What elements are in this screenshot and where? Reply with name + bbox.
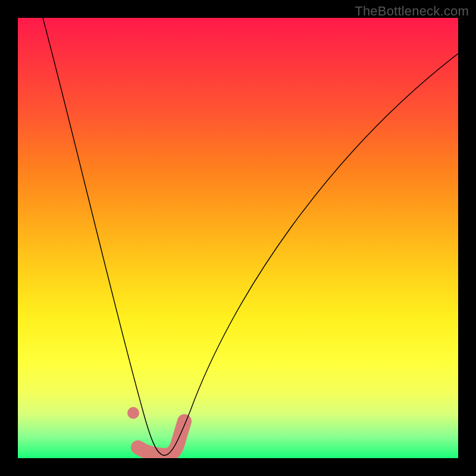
bottleneck-curve [43, 18, 458, 455]
watermark-text: TheBottleneck.com [355, 4, 469, 19]
chart-svg [18, 18, 458, 458]
plot-area [18, 18, 458, 458]
svg-point-0 [127, 407, 139, 419]
chart-frame: TheBottleneck.com [0, 0, 476, 476]
